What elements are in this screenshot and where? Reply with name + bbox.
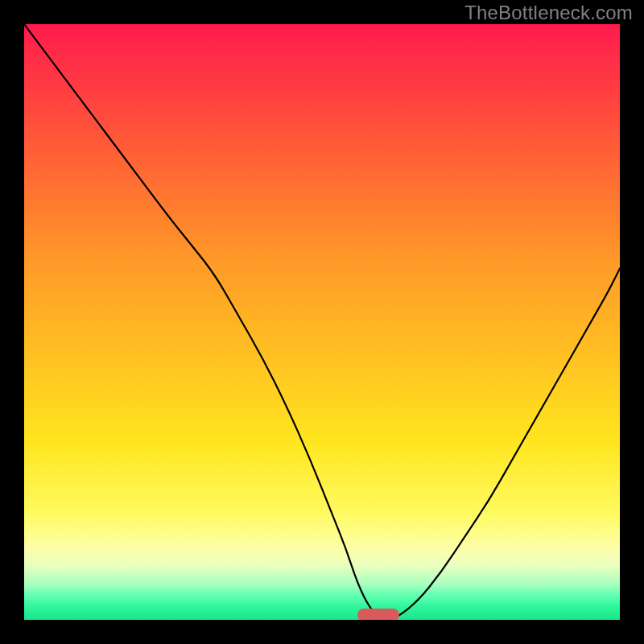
optimal-range-marker [357,609,399,620]
plot-area [24,24,620,620]
watermark-text: TheBottleneck.com [464,2,633,24]
chart-frame: TheBottleneck.com [0,0,644,644]
gradient-background [24,24,620,620]
